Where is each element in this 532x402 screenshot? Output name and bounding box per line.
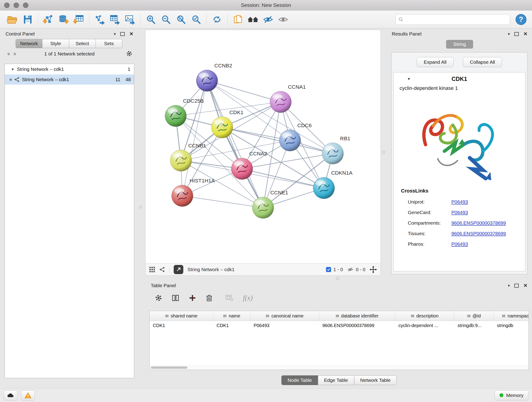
tab-node-table[interactable]: Node Table <box>281 375 318 385</box>
table-settings-gear-icon[interactable] <box>155 294 162 302</box>
edge-HIST1H1A-CCNE1[interactable] <box>182 196 263 208</box>
panel-menu-icon[interactable]: ▾ <box>508 32 510 36</box>
collapse-all-icon[interactable]: » <box>12 52 18 56</box>
horizontal-scrollbar[interactable] <box>150 366 529 370</box>
export-table-button[interactable] <box>107 12 122 27</box>
column-header-namespac[interactable]: namespac <box>494 311 529 321</box>
zoom-window-button[interactable] <box>23 2 28 8</box>
import-network-file-button[interactable] <box>41 12 56 27</box>
tab-network[interactable]: Network <box>16 39 42 48</box>
zoom-out-button[interactable] <box>158 12 173 27</box>
node-label: CCNB2 <box>214 63 232 69</box>
panel-menu-icon[interactable]: ▾ <box>114 32 116 36</box>
export-network-button[interactable] <box>92 12 107 27</box>
expand-all-button[interactable]: Expand All <box>417 57 454 67</box>
hide-selected-button[interactable] <box>260 12 276 27</box>
close-panel-icon[interactable]: ✕ <box>523 283 527 288</box>
open-session-button[interactable] <box>5 12 20 27</box>
zoom-in-button[interactable] <box>143 12 158 27</box>
help-button[interactable]: ? <box>515 13 527 26</box>
zoom-selected-button[interactable] <box>189 12 204 27</box>
crosslink-row: Pharos:P06493 <box>394 239 525 249</box>
toolbar-separator <box>206 13 207 26</box>
export-view-button[interactable] <box>174 265 183 274</box>
node-CCNA1[interactable]: CCNA1 <box>270 84 306 113</box>
edge-CCNB2-RB1[interactable] <box>207 81 333 153</box>
node-RB1[interactable]: RB1 <box>322 135 350 164</box>
network-row-selected[interactable]: String Network – cdk1 11 48 <box>5 75 134 85</box>
fit-selected-crosshair-icon[interactable] <box>370 266 377 273</box>
node-CDC6[interactable]: CDC6 <box>279 122 312 151</box>
add-column-plus-icon[interactable] <box>189 294 196 302</box>
column-header-canonical-name[interactable]: canonical name <box>250 311 319 321</box>
scrollbar-thumb[interactable] <box>151 366 187 369</box>
column-header-database-identifier[interactable]: database identifier <box>319 311 395 321</box>
node-HIST1H1A[interactable]: HIST1H1A <box>172 178 215 206</box>
tab-string[interactable]: String <box>446 40 473 49</box>
network-collection-row[interactable]: ▾ String Network – cdk1 1 <box>5 64 134 75</box>
crosslink-value[interactable]: 9606.ENSP00000378699 <box>451 231 506 236</box>
import-table-button[interactable] <box>71 12 86 27</box>
cloud-status-button[interactable] <box>4 390 17 400</box>
minimize-window-button[interactable] <box>13 2 19 8</box>
tab-style[interactable]: Style <box>42 39 69 48</box>
float-panel-icon[interactable] <box>514 284 519 288</box>
crosslink-value[interactable]: 9606.ENSP00000378699 <box>451 220 506 226</box>
column-header--id[interactable]: @id <box>454 311 494 321</box>
delete-column-trash-icon[interactable] <box>206 294 213 302</box>
collapse-all-button[interactable]: Collapse All <box>463 57 502 67</box>
snapshot-button[interactable] <box>230 12 245 27</box>
search-box[interactable] <box>395 14 510 25</box>
save-session-button[interactable] <box>20 12 35 27</box>
node-CCNB2[interactable]: CCNB2 <box>196 63 232 91</box>
table-rows: CDK1CDK1P064939606.ENSP00000378699cyclin… <box>150 321 529 330</box>
close-panel-icon[interactable]: ✕ <box>129 31 133 37</box>
table-row[interactable]: CDK1CDK1P064939606.ENSP00000378699cyclin… <box>150 321 529 330</box>
edge-CCNB2-CCNE1[interactable] <box>207 81 263 208</box>
close-panel-icon[interactable]: ✕ <box>523 31 527 37</box>
panel-menu-icon[interactable]: ▾ <box>508 283 510 288</box>
crosslink-value[interactable]: P06493 <box>451 210 468 215</box>
warnings-button[interactable] <box>21 390 35 400</box>
tab-sets[interactable]: Sets <box>95 39 122 48</box>
column-header-shared-name[interactable]: shared name <box>150 311 213 321</box>
expand-all-icon[interactable]: » <box>6 52 12 56</box>
splitter-grip[interactable] <box>139 206 142 209</box>
column-header-name[interactable]: name <box>213 311 250 321</box>
search-input[interactable] <box>405 17 507 22</box>
collection-expand-icon[interactable]: ▾ <box>12 67 14 72</box>
zoom-fit-button[interactable] <box>173 12 189 27</box>
float-panel-icon[interactable] <box>120 32 125 36</box>
crosslink-value[interactable]: P06493 <box>451 241 468 247</box>
export-image-button[interactable] <box>122 12 138 27</box>
float-panel-icon[interactable] <box>514 32 519 36</box>
edge-CCNA2-CDKN1A[interactable] <box>242 169 324 188</box>
column-header-description[interactable]: description <box>395 311 454 321</box>
show-all-button[interactable] <box>276 12 291 27</box>
protein-section-header[interactable]: ▾ CDK1 <box>394 72 525 85</box>
memory-button[interactable]: Memory <box>495 390 528 400</box>
tab-select[interactable]: Select <box>69 39 96 48</box>
node-CDK1[interactable]: CDK1 <box>211 109 243 138</box>
selection-checkbox[interactable] <box>326 267 331 272</box>
edge-CCNB2-CCNA1[interactable] <box>207 81 280 102</box>
import-network-database-button[interactable] <box>56 12 71 27</box>
tab-edge-table[interactable]: Edge Table <box>318 375 354 385</box>
hidden-eye-slash-icon[interactable] <box>347 267 354 273</box>
node-CCNE1[interactable]: CCNE1 <box>252 190 288 218</box>
network-canvas[interactable]: CCNB2CCNA1CDC25BCDK1CDC6RB1CCNB1CCNA2CDK… <box>146 30 380 263</box>
network-status-dot <box>9 78 12 81</box>
close-window-button[interactable] <box>4 2 10 8</box>
node-CDKN1A[interactable]: CDKN1A <box>313 170 353 199</box>
crosslink-value[interactable]: P06493 <box>451 199 468 205</box>
network-share-icon[interactable] <box>159 267 165 273</box>
refresh-button[interactable] <box>209 12 225 27</box>
network-options-gear-icon[interactable] <box>126 51 133 57</box>
splitter-grip[interactable] <box>336 277 339 280</box>
show-columns-icon[interactable] <box>172 294 179 302</box>
welcome-screen-button[interactable] <box>245 12 260 27</box>
tab-network-table[interactable]: Network Table <box>354 375 397 385</box>
collapse-section-icon[interactable]: ▾ <box>408 76 410 81</box>
splitter-grip[interactable] <box>382 151 385 154</box>
birdseye-grid-icon[interactable] <box>149 267 155 273</box>
